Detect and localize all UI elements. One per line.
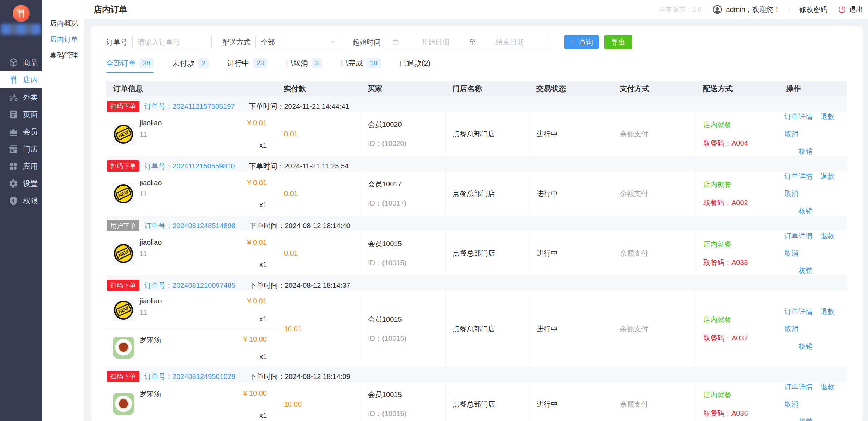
orders-list: 扫码下单 订单号：2024112157505197 下单时间：2024-11-2… <box>106 96 847 421</box>
action-link-订单详情[interactable]: 订单详情 <box>784 307 813 316</box>
date-start-placeholder: 开始日期 <box>402 37 469 47</box>
product-price: ¥ 10.00 <box>243 389 267 397</box>
sidebar-item-设置[interactable]: 设置 <box>0 175 42 192</box>
action-link-退款[interactable]: 退款 <box>820 231 834 241</box>
order-no-input[interactable] <box>132 35 212 49</box>
action-link-退款[interactable]: 退款 <box>820 172 834 181</box>
action-link-取消[interactable]: 取消 <box>784 324 798 334</box>
action-link-核销[interactable]: 核销 <box>798 342 813 351</box>
buyer-id: ID：(10017) <box>368 198 445 208</box>
status-cell: 进行中 <box>529 112 613 156</box>
paid-amount-cell: 0.01 <box>277 172 361 216</box>
product-spec: 11 <box>140 250 162 258</box>
action-link-核销[interactable]: 核销 <box>798 147 813 156</box>
order-info-cell: NEW jiaoliao 11 ¥ 0.01 x1 <box>106 172 277 216</box>
submenu-item-桌码管理[interactable]: 桌码管理 <box>42 47 84 63</box>
tab-count-badge: 23 <box>253 58 267 68</box>
order-number-link[interactable]: 订单号：2024112157505197 <box>144 102 235 111</box>
tab-已退款(2)[interactable]: 已退款(2) <box>399 58 431 73</box>
version-label: 当前版本：1.0 <box>659 5 701 14</box>
secondary-sidebar: 店内概况 店内订单 桌码管理 <box>42 0 84 421</box>
tab-count-badge: 10 <box>366 58 381 68</box>
sidebar-item-页面[interactable]: 页面 <box>0 106 42 123</box>
delivery-select[interactable]: 全部 <box>255 35 342 49</box>
user-menu[interactable]: admin，欢迎您！ <box>712 4 780 15</box>
date-range-picker[interactable]: 开始日期 至 结束日期 <box>386 35 549 49</box>
order-group-header: 扫码下单 订单号：2024112157505197 下单时间：2024-11-2… <box>106 96 847 112</box>
tab-进行中[interactable]: 进行中 23 <box>227 58 267 73</box>
action-link-退款[interactable]: 退款 <box>820 307 834 316</box>
product-image-new-logo: NEW <box>113 299 134 321</box>
order-info-cell: 罗宋汤 ¥ 10.00 x1 <box>106 382 277 421</box>
sidebar-item-权限[interactable]: 权限 <box>0 192 42 209</box>
sidebar-item-会员[interactable]: 会员 <box>0 123 42 140</box>
submenu-item-店内概况[interactable]: 店内概况 <box>42 16 84 31</box>
order-row: 罗宋汤 ¥ 10.00 x1 10.00 会员10015 ID：(10015) … <box>106 382 847 421</box>
product-line: NEW jiaoliao 11 ¥ 0.01 x1 <box>106 173 277 215</box>
tab-已完成[interactable]: 已完成 10 <box>340 58 381 73</box>
sidebar-item-商品[interactable]: 商品 <box>0 54 42 71</box>
order-number-link[interactable]: 订单号：2024081248514898 <box>144 221 235 231</box>
delivery-selected-value: 全部 <box>261 37 275 47</box>
action-link-取消[interactable]: 取消 <box>784 189 798 198</box>
store-cell: 点餐总部门店 <box>445 112 529 156</box>
action-link-核销[interactable]: 核销 <box>798 417 813 421</box>
action-link-取消[interactable]: 取消 <box>784 249 798 258</box>
product-name: 罗宋汤 <box>140 335 161 345</box>
date-end-placeholder: 结束日期 <box>476 37 543 47</box>
action-link-订单详情[interactable]: 订单详情 <box>784 382 813 392</box>
app-root: 商品 店内 外卖 页面 会员 门店 应用 设置 权限 店内概况 店内订单 桌码管… <box>0 0 868 421</box>
sidebar-menu: 商品 店内 外卖 页面 会员 门店 应用 设置 权限 <box>0 54 42 209</box>
tab-已取消[interactable]: 已取消 3 <box>286 58 323 73</box>
pickup-code: 取餐码：A004 <box>703 138 779 148</box>
action-link-取消[interactable]: 取消 <box>784 129 798 139</box>
column-header: 订单信息 <box>106 84 277 94</box>
product-name: jiaoliao <box>140 238 162 247</box>
filter-order-no: 订单号 <box>106 35 212 49</box>
sidebar-item-店内[interactable]: 店内 <box>0 71 42 88</box>
buyer-name: 会员10020 <box>368 120 445 129</box>
order-number-link[interactable]: 订单号：2024112150559810 <box>144 161 235 171</box>
tab-count-badge: 3 <box>312 58 323 68</box>
action-link-核销[interactable]: 核销 <box>798 266 813 275</box>
order-row: NEW jiaoliao 11 ¥ 0.01 x1 0.01 会员10017 I… <box>106 172 847 216</box>
order-info-cell: NEW jiaoliao 11 ¥ 0.01 x1 罗宋汤 ¥ 10.00 x1 <box>106 291 277 367</box>
submenu-item-店内订单[interactable]: 店内订单 <box>42 31 84 47</box>
product-qty: x1 <box>259 315 267 323</box>
action-link-取消[interactable]: 取消 <box>784 399 798 409</box>
export-label: 导出 <box>611 37 625 47</box>
order-type-badge: 用户下单 <box>107 220 139 231</box>
topbar-right: 当前版本：1.0 admin，欢迎您！ | 修改密码 退出 <box>659 4 863 15</box>
delivery-mode: 店内就餐 <box>703 315 779 325</box>
order-type-badge: 扫码下单 <box>107 371 139 382</box>
action-link-核销[interactable]: 核销 <box>798 206 813 216</box>
sidebar-item-门店[interactable]: 门店 <box>0 140 42 158</box>
store-cell: 点餐总部门店 <box>445 382 529 421</box>
action-link-退款[interactable]: 退款 <box>820 112 834 121</box>
tab-未付款[interactable]: 未付款 2 <box>172 58 209 73</box>
logout-button[interactable]: 退出 <box>838 5 863 14</box>
change-password-link[interactable]: 修改密码 <box>799 5 827 14</box>
crown-icon <box>8 127 18 137</box>
tab-全部订单[interactable]: 全部订单 38 <box>106 58 154 73</box>
delivery-cell: 店内就餐 取餐码：A036 <box>696 382 779 421</box>
sidebar-item-应用[interactable]: 应用 <box>0 158 42 175</box>
product-line: NEW jiaoliao 11 ¥ 0.01 x1 <box>106 113 277 155</box>
search-button[interactable]: 查询 <box>564 35 599 49</box>
order-number-link[interactable]: 订单号：2024081210097485 <box>144 281 235 290</box>
order-number-link[interactable]: 订单号：2024081249501029 <box>144 372 235 381</box>
product-qty: x1 <box>259 201 267 209</box>
action-link-订单详情[interactable]: 订单详情 <box>784 231 813 241</box>
export-button[interactable]: 导出 <box>604 35 632 49</box>
order-group: 扫码下单 订单号：2024112157505197 下单时间：2024-11-2… <box>106 96 847 156</box>
sidebar-item-外卖[interactable]: 外卖 <box>0 88 42 106</box>
status-cell: 进行中 <box>529 291 613 367</box>
paid-amount-cell: 0.01 <box>277 112 361 156</box>
app-logo[interactable] <box>13 5 30 22</box>
column-header: 实付款 <box>277 84 361 94</box>
action-link-退款[interactable]: 退款 <box>820 382 834 392</box>
action-link-订单详情[interactable]: 订单详情 <box>784 112 813 121</box>
action-link-订单详情[interactable]: 订单详情 <box>784 172 813 181</box>
orders-card: 订单号 配送方式 全部 起始时间 开始日期 <box>91 26 863 421</box>
page-title: 店内订单 <box>94 4 127 15</box>
